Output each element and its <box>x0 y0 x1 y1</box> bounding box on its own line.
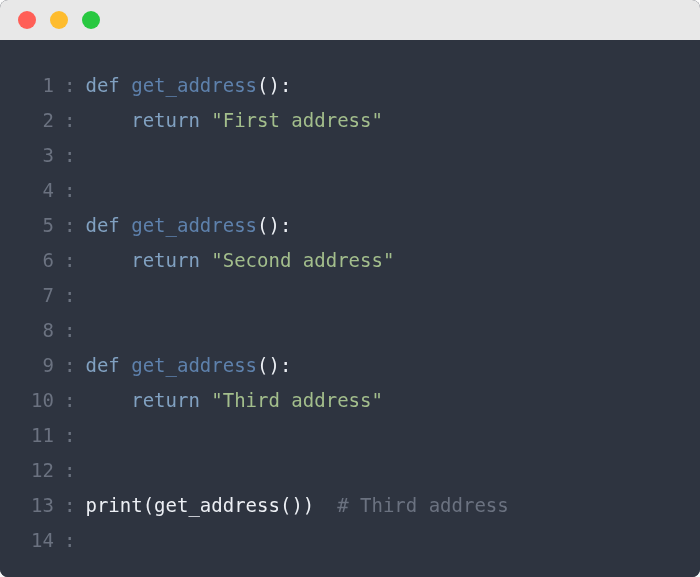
gutter-separator: : <box>54 453 85 488</box>
gutter-separator: : <box>54 418 85 453</box>
line-number: 9 <box>24 348 54 383</box>
gutter-separator: : <box>54 103 85 138</box>
line-number: 6 <box>24 243 54 278</box>
gutter-separator: : <box>54 488 85 523</box>
line-number: 5 <box>24 208 54 243</box>
code-line: 2: return "First address" <box>24 103 676 138</box>
gutter-separator: : <box>54 523 85 558</box>
code-line: 12: <box>24 453 676 488</box>
code-content: return "First address" <box>85 103 382 138</box>
gutter-separator: : <box>54 173 85 208</box>
code-line: 1:def get_address(): <box>24 68 676 103</box>
gutter-separator: : <box>54 313 85 348</box>
code-line: 14: <box>24 523 676 558</box>
gutter-separator: : <box>54 383 85 418</box>
gutter-separator: : <box>54 208 85 243</box>
line-number: 12 <box>24 453 54 488</box>
code-line: 9:def get_address(): <box>24 348 676 383</box>
line-number: 11 <box>24 418 54 453</box>
gutter-separator: : <box>54 138 85 173</box>
line-number: 14 <box>24 523 54 558</box>
code-line: 5:def get_address(): <box>24 208 676 243</box>
close-icon[interactable] <box>18 11 36 29</box>
code-line: 6: return "Second address" <box>24 243 676 278</box>
code-window: 1:def get_address():2: return "First add… <box>0 0 700 577</box>
code-editor[interactable]: 1:def get_address():2: return "First add… <box>0 40 700 577</box>
gutter-separator: : <box>54 243 85 278</box>
line-number: 1 <box>24 68 54 103</box>
code-line: 10: return "Third address" <box>24 383 676 418</box>
code-line: 8: <box>24 313 676 348</box>
code-content: return "Third address" <box>85 383 382 418</box>
line-number: 7 <box>24 278 54 313</box>
line-number: 4 <box>24 173 54 208</box>
line-number: 8 <box>24 313 54 348</box>
code-line: 13:print(get_address()) # Third address <box>24 488 676 523</box>
maximize-icon[interactable] <box>82 11 100 29</box>
titlebar <box>0 0 700 40</box>
line-number: 3 <box>24 138 54 173</box>
code-content: def get_address(): <box>85 208 291 243</box>
code-line: 3: <box>24 138 676 173</box>
gutter-separator: : <box>54 348 85 383</box>
code-line: 4: <box>24 173 676 208</box>
line-number: 13 <box>24 488 54 523</box>
line-number: 2 <box>24 103 54 138</box>
line-number: 10 <box>24 383 54 418</box>
code-line: 7: <box>24 278 676 313</box>
gutter-separator: : <box>54 278 85 313</box>
code-content: print(get_address()) # Third address <box>85 488 508 523</box>
code-line: 11: <box>24 418 676 453</box>
code-content: def get_address(): <box>85 348 291 383</box>
code-content: return "Second address" <box>85 243 394 278</box>
gutter-separator: : <box>54 68 85 103</box>
minimize-icon[interactable] <box>50 11 68 29</box>
code-content: def get_address(): <box>85 68 291 103</box>
